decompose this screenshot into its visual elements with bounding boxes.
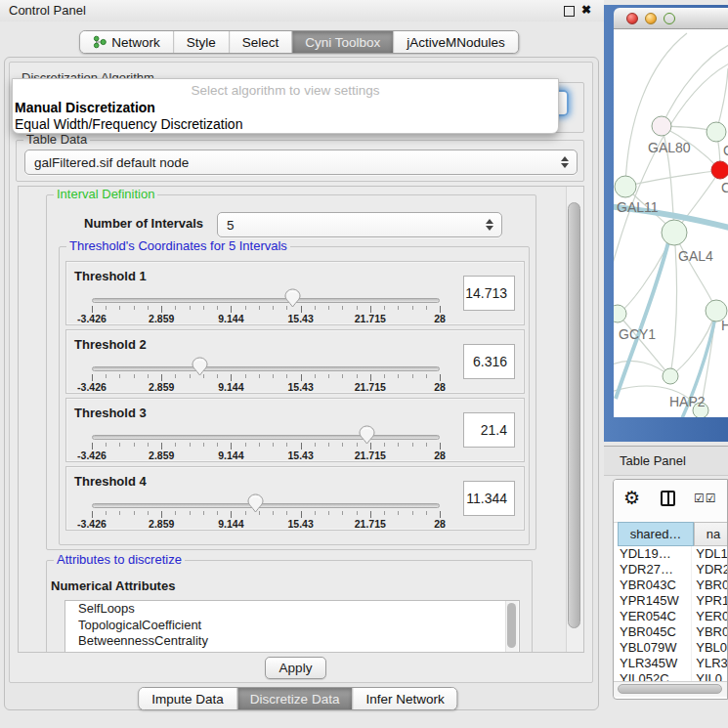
tab-jactivemnodules[interactable]: jActiveMNodules	[393, 31, 518, 53]
table-row[interactable]: YLR345WYLR3	[618, 656, 728, 671]
table-cell: YLR3	[691, 656, 728, 671]
network-node[interactable]	[652, 116, 671, 136]
threshold-slider-track[interactable]	[92, 503, 440, 508]
panel-title: Control Panel	[9, 3, 86, 18]
table-horizontal-scrollbar[interactable]	[614, 681, 728, 697]
tick-mark	[370, 511, 371, 518]
network-node[interactable]	[662, 220, 687, 245]
network-node[interactable]	[707, 122, 726, 142]
slider-ticks	[92, 443, 441, 451]
numerical-attributes-list[interactable]: SelfLoopsTopologicalCoefficientBetweenne…	[64, 600, 520, 653]
tab-cyni-toolbox[interactable]: Cyni Toolbox	[291, 31, 393, 53]
tick-mark	[440, 306, 441, 313]
network-edge[interactable]	[662, 45, 728, 126]
popup-item[interactable]: Manual Discretization	[15, 100, 155, 115]
algorithm-dropdown-popup: Select algorithm to view settings Manual…	[12, 78, 559, 134]
attribute-list-item[interactable]: TopologicalCoefficient	[65, 618, 519, 634]
network-node[interactable]	[614, 305, 626, 322]
column-header-1[interactable]: shared…	[618, 522, 694, 546]
close-icon[interactable]: ✖	[581, 3, 591, 17]
table-row[interactable]: YPR145WYPR1	[618, 593, 728, 609]
tick-mark	[92, 511, 93, 518]
column-header-2[interactable]: na	[694, 522, 728, 546]
tick-mark	[398, 306, 399, 310]
threshold-value-field[interactable]: 21.4	[463, 412, 515, 448]
threshold-value-field[interactable]: 14.713	[463, 276, 515, 311]
attribute-list-item[interactable]: SelfLoops	[65, 601, 519, 618]
tab-style[interactable]: Style	[173, 31, 229, 53]
table-row[interactable]: YBL079WYBL0	[618, 640, 728, 656]
network-view-canvas[interactable]: GAL80GACGAL11GAL4GCY1HHAP2	[614, 29, 728, 417]
float-panel-icon[interactable]	[564, 6, 575, 17]
network-node-label: GAL4	[678, 248, 713, 264]
network-icon	[93, 35, 107, 49]
number-of-intervals-combobox[interactable]: 5	[217, 212, 502, 237]
table-cell: YDL19…	[618, 546, 691, 562]
table-header-row: shared…na	[618, 522, 728, 546]
table-row[interactable]: YDL19…YDL1	[618, 546, 728, 562]
bottom-tab-discretize-data[interactable]: Discretize Data	[236, 688, 353, 709]
tick-label: 9.144	[218, 518, 243, 530]
minimize-traffic-light-icon[interactable]	[645, 13, 657, 24]
table-cell: YDR27…	[618, 562, 691, 578]
thresholds-group-title: Threshold's Coordinates for 5 Intervals	[66, 239, 290, 253]
table-cell: YER054C	[618, 609, 691, 624]
close-traffic-light-icon[interactable]	[626, 13, 638, 24]
table-row[interactable]: YER054CYER0	[618, 609, 728, 624]
network-node[interactable]	[711, 161, 728, 179]
table-row[interactable]: YBR043CYBR0	[618, 578, 728, 593]
network-edge[interactable]	[614, 361, 670, 376]
tick-label: 9.144	[218, 313, 243, 324]
attribute-list-item[interactable]: BetweennessCentrality	[65, 633, 519, 650]
tick-mark	[175, 511, 176, 515]
threshold-slider-thumb[interactable]	[359, 425, 375, 445]
tick-mark	[175, 374, 176, 378]
network-edge[interactable]	[670, 233, 677, 376]
table-horizontal-scrollbar-thumb[interactable]	[618, 684, 722, 694]
threshold-label: Threshold 3	[74, 406, 147, 420]
tick-label: -3.426	[77, 450, 107, 461]
threshold-slider-thumb[interactable]	[247, 493, 264, 513]
threshold-value-field[interactable]: 6.316	[463, 344, 515, 379]
network-node[interactable]	[663, 368, 678, 384]
attributes-scrollbar-thumb[interactable]	[507, 603, 516, 648]
settings-vertical-scrollbar-thumb[interactable]	[568, 202, 580, 628]
network-node-label: GCY1	[619, 326, 656, 342]
tick-label: 28	[434, 518, 446, 530]
network-edge[interactable]	[625, 33, 687, 187]
tick-mark	[231, 443, 232, 450]
threshold-slider-track[interactable]	[92, 435, 440, 440]
tick-mark	[190, 443, 191, 447]
select-checkboxes-icon[interactable]: ☑☑	[694, 492, 717, 505]
attributes-scrollbar[interactable]	[505, 601, 518, 653]
tab-network[interactable]: Network	[80, 31, 173, 53]
settings-scroll-viewport: Interval Definition Number of Intervals …	[18, 186, 584, 653]
number-of-intervals-label: Number of Intervals	[84, 216, 203, 231]
threshold-slider-thumb[interactable]	[192, 357, 208, 376]
network-window-titlebar[interactable]	[614, 8, 728, 29]
tab-select[interactable]: Select	[229, 31, 292, 53]
table-data-combobox[interactable]: galFiltered.sif default node	[24, 150, 578, 175]
tick-mark	[273, 443, 274, 447]
threshold-slider-track[interactable]	[92, 366, 440, 371]
threshold-slider-track[interactable]	[92, 298, 440, 303]
popup-item[interactable]: Equal Width/Frequency Discretization	[15, 116, 242, 132]
bottom-tab-impute-data[interactable]: Impute Data	[139, 688, 236, 709]
tick-mark	[231, 306, 232, 313]
zoom-traffic-light-icon[interactable]	[664, 13, 675, 24]
tick-mark	[384, 443, 385, 447]
network-edge[interactable]	[674, 233, 716, 311]
tick-mark	[92, 306, 93, 313]
columns-icon[interactable]	[661, 491, 675, 506]
bottom-tab-infer-network[interactable]: Infer Network	[352, 688, 456, 709]
apply-button[interactable]: Apply	[265, 657, 326, 679]
table-row[interactable]: YBR045CYBR0	[618, 624, 728, 640]
combo-arrows-icon	[561, 156, 569, 168]
gear-icon[interactable]: ⚙	[623, 487, 640, 509]
network-node[interactable]	[615, 176, 636, 197]
threshold-value-field[interactable]: 11.344	[463, 481, 515, 516]
network-graph[interactable]: GAL80GACGAL11GAL4GCY1HHAP2	[614, 29, 728, 417]
tick-mark	[426, 443, 427, 447]
table-row[interactable]: YDR27…YDR2	[618, 562, 728, 578]
threshold-slider-thumb[interactable]	[284, 288, 301, 308]
